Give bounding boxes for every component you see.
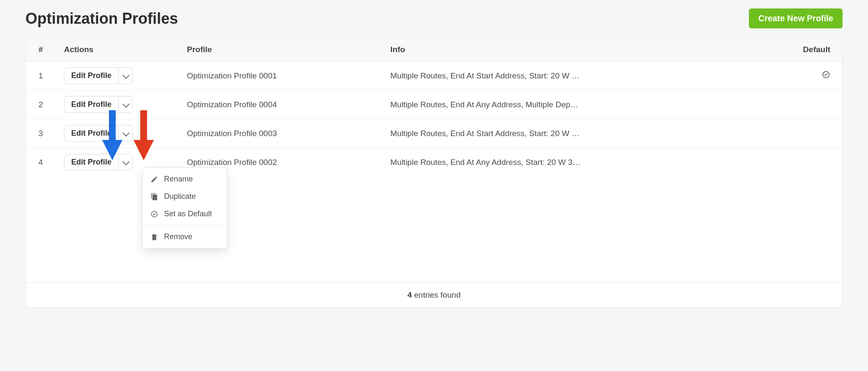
table-footer: 4 entries found <box>26 282 842 307</box>
footer-count: 4 <box>407 290 412 299</box>
row-default-cell <box>795 61 842 90</box>
chevron-down-icon <box>122 129 130 137</box>
col-profile-header: Profile <box>178 38 382 61</box>
dropdown-remove[interactable]: Remove <box>143 228 227 245</box>
dropdown-duplicate[interactable]: Duplicate <box>143 188 227 205</box>
row-default-cell <box>795 119 842 148</box>
trash-icon <box>150 233 158 241</box>
dropdown-separator <box>143 225 227 226</box>
dropdown-set-default-label: Set as Default <box>164 209 212 218</box>
row-number: 1 <box>26 61 56 90</box>
dropdown-rename-label: Rename <box>164 175 193 184</box>
create-new-profile-button[interactable]: Create New Profile <box>749 8 843 28</box>
row-number: 2 <box>26 90 56 119</box>
annotation-arrow-red <box>134 110 154 161</box>
dropdown-set-default[interactable]: Set as Default <box>143 205 227 223</box>
row-default-cell <box>795 90 842 119</box>
chevron-down-icon <box>122 72 130 79</box>
row-profile-name: Optimization Profile 0003 <box>178 119 382 148</box>
row-actions-cell: Edit Profile <box>56 61 178 90</box>
default-check-icon <box>822 70 830 79</box>
row-default-cell <box>795 148 842 177</box>
row-info: Multiple Routes, End At Any Address, Sta… <box>382 148 795 177</box>
profiles-card: # Actions Profile Info Default 1Edit Pro… <box>25 38 843 308</box>
pencil-icon <box>150 176 158 183</box>
col-default-header: Default <box>795 38 842 61</box>
dropdown-duplicate-label: Duplicate <box>164 192 196 201</box>
dropdown-rename[interactable]: Rename <box>143 170 227 188</box>
row-profile-name: Optimization Profile 0004 <box>178 90 382 119</box>
col-info-header: Info <box>382 38 795 61</box>
chevron-down-icon <box>122 100 130 108</box>
chevron-down-icon <box>122 158 130 165</box>
actions-dropdown: Rename Duplicate Set as Default Remove <box>142 167 227 248</box>
row-number: 4 <box>26 148 56 177</box>
copy-icon <box>150 193 158 201</box>
row-info: Multiple Routes, End At Start Address, S… <box>382 61 795 90</box>
row-info: Multiple Routes, End At Any Address, Mul… <box>382 90 795 119</box>
table-row: 1Edit ProfileOptimization Profile 0001Mu… <box>26 61 842 90</box>
row-number: 3 <box>26 119 56 148</box>
check-circle-icon <box>150 210 158 218</box>
row-profile-name: Optimization Profile 0001 <box>178 61 382 90</box>
edit-profile-button[interactable]: Edit Profile <box>64 68 118 84</box>
col-actions-header: Actions <box>56 38 178 61</box>
dropdown-remove-label: Remove <box>164 232 192 241</box>
footer-suffix: entries found <box>412 290 461 299</box>
page-title: Optimization Profiles <box>25 10 178 28</box>
edit-profile-button-group: Edit Profile <box>64 67 133 84</box>
annotation-arrow-blue <box>102 110 122 161</box>
col-number-header: # <box>26 38 56 61</box>
edit-profile-dropdown-toggle[interactable] <box>118 68 132 84</box>
row-info: Multiple Routes, End At Start Address, S… <box>382 119 795 148</box>
